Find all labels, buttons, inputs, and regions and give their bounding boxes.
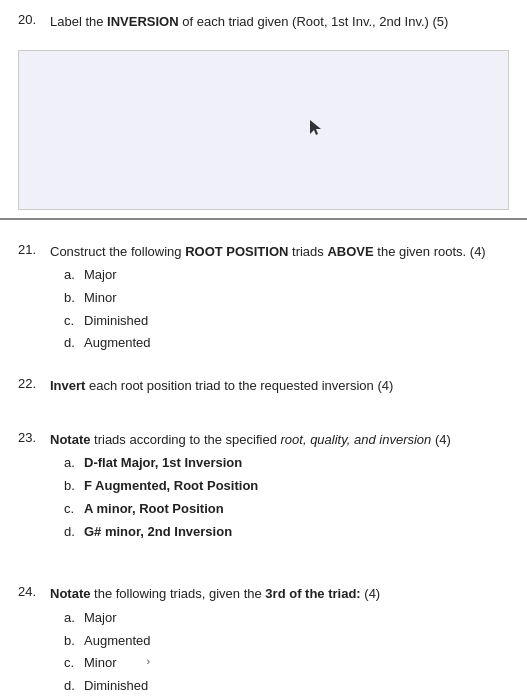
q22-points: (4): [377, 378, 393, 393]
q24-text-a: Major: [84, 608, 117, 629]
question-20-points: (5): [433, 14, 449, 29]
q23-item-b: b. F Augmented, Root Position: [64, 476, 509, 497]
q21-text-b: Minor: [84, 288, 117, 309]
svg-marker-0: [310, 120, 321, 135]
q23-text-c: A minor, Root Position: [84, 499, 224, 520]
question-20-block: 20. Label the INVERSION of each triad gi…: [0, 0, 527, 44]
question-21-number: 21.: [18, 242, 50, 257]
q24-text-b: Augmented: [84, 631, 151, 652]
question-24-text: Notate the following triads, given the 3…: [50, 584, 380, 604]
question-22-text: Invert each root position triad to the r…: [50, 376, 393, 396]
q21-label-b: b.: [64, 288, 84, 309]
question-23-block: 23. Notate triads according to the speci…: [0, 418, 527, 553]
question-23-header: 23. Notate triads according to the speci…: [18, 430, 509, 450]
q23-points: (4): [435, 432, 451, 447]
q24-label-d: d.: [64, 676, 84, 697]
q22-bold: Invert: [50, 378, 85, 393]
q24-item-d: d. Diminished: [64, 676, 509, 697]
q24-item-c: c. Minor ›: [64, 653, 509, 674]
q24-label-a: a.: [64, 608, 84, 629]
question-23-text: Notate triads according to the specified…: [50, 430, 451, 450]
q21-bold2: ABOVE: [327, 244, 373, 259]
q23-text-d: G# minor, 2nd Inversion: [84, 522, 232, 543]
question-23-items: a. D-flat Major, 1st Inversion b. F Augm…: [64, 453, 509, 542]
question-20-number: 20.: [18, 12, 50, 27]
q21-text-d: Augmented: [84, 333, 151, 354]
q21-text-a: Major: [84, 265, 117, 286]
q23-label-a: a.: [64, 453, 84, 474]
q21-bold1: ROOT POSITION: [185, 244, 288, 259]
question-20-bold: INVERSION: [107, 14, 179, 29]
answer-area-20: [18, 50, 509, 210]
page: 20. Label the INVERSION of each triad gi…: [0, 0, 527, 700]
question-22-block: 22. Invert each root position triad to t…: [0, 364, 527, 408]
q21-label-d: d.: [64, 333, 84, 354]
q21-label-c: c.: [64, 311, 84, 332]
q23-label-b: b.: [64, 476, 84, 497]
question-20-suffix: of each triad given (Root, 1st Inv., 2nd…: [182, 14, 432, 29]
cursor-pointer: [310, 120, 322, 139]
question-21-items: a. Major b. Minor c. Diminished d. Augme…: [64, 265, 509, 354]
question-22-number: 22.: [18, 376, 50, 391]
q24-points: (4): [364, 586, 380, 601]
q21-item-d: d. Augmented: [64, 333, 509, 354]
q24-label-c: c.: [64, 653, 84, 674]
q23-text-a: D-flat Major, 1st Inversion: [84, 453, 242, 474]
q24-bold1: Notate: [50, 586, 90, 601]
q21-text-c: Diminished: [84, 311, 148, 332]
question-24-number: 24.: [18, 584, 50, 599]
q23-italic: root, quality, and inversion: [281, 432, 435, 447]
question-20-header: 20. Label the INVERSION of each triad gi…: [18, 12, 509, 32]
q23-label-d: d.: [64, 522, 84, 543]
q23-item-a: a. D-flat Major, 1st Inversion: [64, 453, 509, 474]
q23-bold: Notate: [50, 432, 90, 447]
q24-text-c: Minor: [84, 653, 117, 674]
cursor-arrow-24c: ›: [147, 653, 151, 671]
q23-item-d: d. G# minor, 2nd Inversion: [64, 522, 509, 543]
question-21-text: Construct the following ROOT POSITION tr…: [50, 242, 486, 262]
question-24-items: a. Major b. Augmented c. Minor › d. Dimi…: [64, 608, 509, 697]
q24-text-d: Diminished: [84, 676, 148, 697]
question-21-header: 21. Construct the following ROOT POSITIO…: [18, 242, 509, 262]
q24-bold2: 3rd of the triad:: [265, 586, 364, 601]
q23-item-c: c. A minor, Root Position: [64, 499, 509, 520]
question-24-header: 24. Notate the following triads, given t…: [18, 584, 509, 604]
q21-item-a: a. Major: [64, 265, 509, 286]
question-22-header: 22. Invert each root position triad to t…: [18, 376, 509, 396]
q21-label-a: a.: [64, 265, 84, 286]
q21-item-b: b. Minor: [64, 288, 509, 309]
q24-label-b: b.: [64, 631, 84, 652]
q23-text-b: F Augmented, Root Position: [84, 476, 258, 497]
q24-item-b: b. Augmented: [64, 631, 509, 652]
question-21-block: 21. Construct the following ROOT POSITIO…: [0, 230, 527, 365]
question-20-text: Label the INVERSION of each triad given …: [50, 12, 448, 32]
q21-item-c: c. Diminished: [64, 311, 509, 332]
q23-label-c: c.: [64, 499, 84, 520]
question-24-block: 24. Notate the following triads, given t…: [0, 572, 527, 700]
question-23-number: 23.: [18, 430, 50, 445]
q24-item-a: a. Major: [64, 608, 509, 629]
q21-points: (4): [470, 244, 486, 259]
